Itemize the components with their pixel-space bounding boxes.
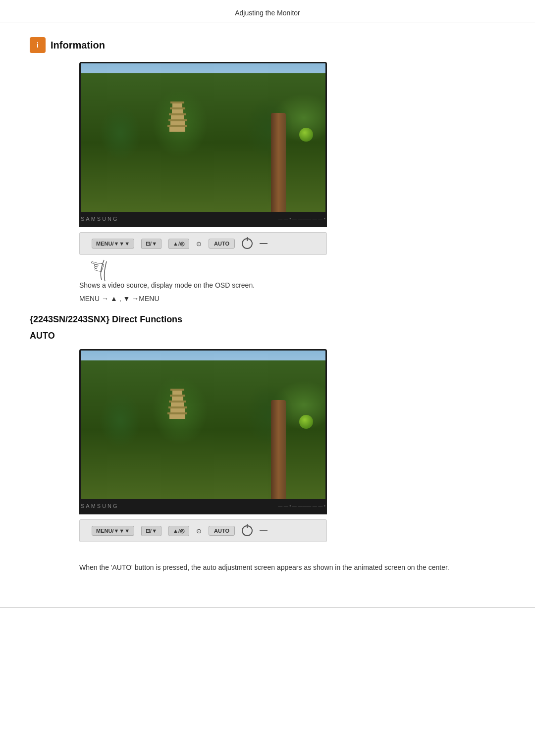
page-footer — [0, 607, 535, 623]
description-text-1: Shows a video source, display mode on th… — [79, 280, 456, 291]
auto-heading: AUTO — [30, 331, 505, 341]
monitor-base-1: SAMSUNG — — • — ——— — — • — [81, 212, 327, 226]
btn3-2[interactable]: ▲/◎ — [168, 526, 189, 536]
controls-area-1: MENU/▼▼▼ ⊡/▼ ▲/◎ ⊙ AUTO — ☞ — [79, 232, 327, 255]
monitor-image-1: SAMSUNG — — • — ——— — — • — [79, 62, 505, 227]
monitor-screen-2: SAMSUNG — — • — ——— — — • — [79, 349, 327, 514]
auto-button-1[interactable]: AUTO — [209, 239, 235, 249]
pagoda-1 — [172, 103, 182, 143]
page-header: Adjusting the Monitor — [0, 0, 535, 22]
dash-1: — — [260, 239, 268, 248]
page-content: i Information — [0, 22, 535, 597]
monitor-image-2: SAMSUNG — — • — ——— — — • — [79, 349, 505, 514]
samsung-logo-1: SAMSUNG — [81, 216, 119, 222]
tree-trunk-2 — [271, 400, 286, 499]
monitor-screen-1: SAMSUNG — — • — ——— — — • — [79, 62, 327, 227]
controls-area-2: MENU/▼▼▼ ⊡/▼ ▲/◎ ⊙ AUTO — — [79, 519, 327, 542]
cursor-lines — [94, 257, 124, 282]
monitor-base-2: SAMSUNG — — • — ——— — — • — [81, 499, 327, 513]
controls-row-1: MENU/▼▼▼ ⊡/▼ ▲/◎ ⊙ AUTO — — [87, 238, 272, 249]
information-heading: i Information — [30, 37, 505, 53]
btn2-2[interactable]: ⊡/▼ — [141, 526, 161, 536]
btn3-1[interactable]: ▲/◎ — [168, 239, 189, 249]
menu-button-1[interactable]: MENU/▼▼▼ — [92, 239, 134, 249]
green-ball-1 — [299, 128, 313, 142]
dash-2: — — [260, 526, 268, 535]
btn4-1: ⊙ — [196, 240, 202, 248]
samsung-logo-2: SAMSUNG — [81, 503, 119, 509]
power-button-2[interactable] — [242, 525, 253, 536]
btn2-1[interactable]: ⊡/▼ — [141, 239, 161, 249]
info-icon: i — [30, 37, 46, 53]
monitor-controls-bar-2: MENU/▼▼▼ ⊡/▼ ▲/◎ ⊙ AUTO — — [79, 519, 327, 542]
screen-display-1 — [81, 63, 325, 212]
auto-description: When the 'AUTO' button is pressed, the a… — [79, 562, 456, 573]
svg-text:i: i — [37, 41, 39, 49]
monitor-controls-bar-1: MENU/▼▼▼ ⊡/▼ ▲/◎ ⊙ AUTO — — [79, 232, 327, 255]
page-title: Adjusting the Monitor — [235, 9, 300, 17]
btn4-2: ⊙ — [196, 527, 202, 535]
menu-button-2[interactable]: MENU/▼▼▼ — [92, 526, 134, 536]
menu-instruction-1: MENU → ▲ , ▼ →MENU — [79, 295, 456, 302]
controls-row-2: MENU/▼▼▼ ⊡/▼ ▲/◎ ⊙ AUTO — — [87, 525, 272, 536]
auto-button-2[interactable]: AUTO — [209, 526, 235, 536]
screen-display-2 — [81, 351, 325, 499]
section-title-information: Information — [51, 40, 105, 51]
power-button-1[interactable] — [242, 238, 253, 249]
tree-trunk-1 — [271, 113, 286, 212]
pagoda-2 — [172, 390, 182, 430]
direct-functions-heading: {2243SN/2243SNX} Direct Functions — [30, 314, 505, 325]
